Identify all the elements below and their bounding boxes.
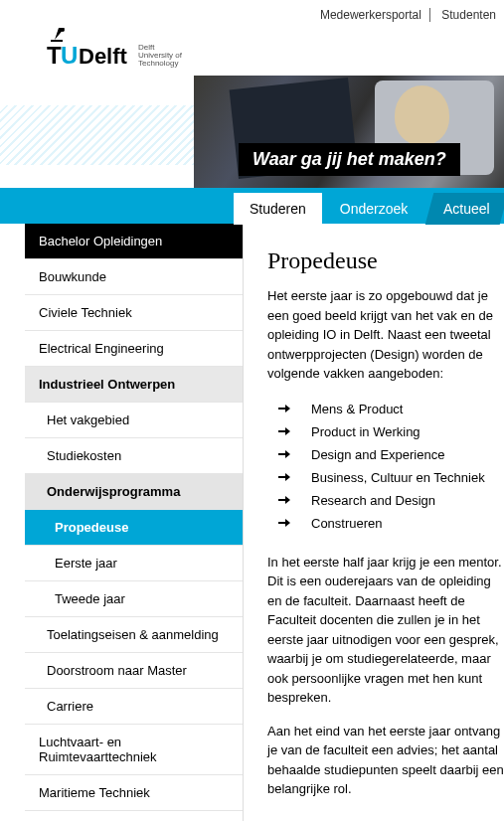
svg-text:T: T: [47, 42, 62, 68]
header: T U Delft Delft University of Technology: [0, 26, 504, 76]
course-label: Research and Design: [311, 493, 435, 508]
tab-onderzoek[interactable]: Onderzoek: [326, 193, 421, 225]
medewerkers-link[interactable]: Medewerkersportal: [312, 8, 430, 22]
arrow-right-icon: [275, 424, 293, 438]
arrow-right-icon: [275, 447, 293, 461]
sidebar-item-luchtvaart[interactable]: Luchtvaart- en Ruimtevaarttechniek: [25, 725, 243, 775]
sidebar-sub-onderwijs[interactable]: Onderwijsprogramma: [25, 474, 243, 510]
course-label: Design and Experience: [311, 447, 444, 462]
sidebar-sub-propedeuse[interactable]: Propedeuse: [25, 510, 243, 546]
hero-wrap: Waar ga jij het maken?: [0, 76, 504, 188]
course-label: Mens & Product: [311, 402, 404, 416]
course-item[interactable]: Business, Cultuur en Techniek: [267, 466, 504, 489]
paragraph-2: In het eerste half jaar krijg je een men…: [267, 553, 504, 708]
course-label: Construeren: [311, 516, 383, 531]
course-item[interactable]: Construeren: [267, 512, 504, 535]
course-item[interactable]: Design and Experience: [267, 443, 504, 466]
tab-actueel[interactable]: Actueel: [425, 193, 504, 225]
course-label: Product in Werking: [311, 424, 420, 439]
svg-text:Delft: Delft: [79, 44, 128, 68]
arrow-right-icon: [275, 402, 293, 415]
content-area: Bachelor Opleidingen Bouwkunde Civiele T…: [0, 224, 504, 821]
sidebar-header[interactable]: Bachelor Opleidingen: [25, 224, 243, 259]
sidebar-item-electrical[interactable]: Electrical Engineering: [25, 331, 243, 367]
sidebar-item-maritieme[interactable]: Maritieme Techniek: [25, 775, 243, 811]
sidebar-item-molecular[interactable]: Molecular Science & Technology: [25, 811, 243, 821]
sidebar-sub-eerste[interactable]: Eerste jaar: [25, 546, 243, 581]
top-links-bar: Medewerkersportal Studenten: [0, 0, 504, 26]
sidebar-sub-studiekosten[interactable]: Studiekosten: [25, 438, 243, 474]
course-item[interactable]: Mens & Product: [267, 398, 504, 420]
sidebar-sub-doorstroom[interactable]: Doorstroom naar Master: [25, 653, 243, 689]
hero-caption: Waar ga jij het maken?: [239, 143, 460, 176]
tab-studeren[interactable]: Studeren: [234, 193, 322, 225]
main-nav: Studeren Onderzoek Actueel: [0, 188, 504, 224]
course-list: Mens & ProductProduct in WerkingDesign a…: [267, 398, 504, 535]
hero-banner: Waar ga jij het maken?: [194, 76, 504, 188]
course-item[interactable]: Product in Werking: [267, 420, 504, 443]
sidebar-sub-carriere[interactable]: Carriere: [25, 689, 243, 725]
diagonal-stripes: [0, 105, 194, 165]
sidebar-item-bouwkunde[interactable]: Bouwkunde: [25, 259, 243, 295]
arrow-right-icon: [275, 516, 293, 530]
sidebar-nav: Bachelor Opleidingen Bouwkunde Civiele T…: [25, 224, 244, 821]
svg-text:Technology: Technology: [138, 59, 178, 68]
svg-text:U: U: [61, 42, 78, 68]
sidebar-item-industrieel[interactable]: Industrieel Ontwerpen: [25, 367, 243, 403]
course-label: Business, Cultuur en Techniek: [311, 470, 485, 485]
sidebar-item-civiele[interactable]: Civiele Techniek: [25, 295, 243, 331]
main-content: Propedeuse Het eerste jaar is zo opgebou…: [244, 224, 504, 821]
arrow-right-icon: [275, 470, 293, 484]
studenten-link[interactable]: Studenten: [433, 8, 504, 22]
sidebar-sub-vakgebied[interactable]: Het vakgebied: [25, 403, 243, 438]
arrow-right-icon: [275, 493, 293, 507]
page-title: Propedeuse: [267, 247, 504, 274]
svg-point-0: [61, 28, 65, 32]
course-item[interactable]: Research and Design: [267, 489, 504, 512]
intro-paragraph: Het eerste jaar is zo opgebouwd dat je e…: [267, 286, 504, 384]
paragraph-3: Aan het eind van het eerste jaar ontvang…: [267, 722, 504, 799]
sidebar-sub-tweede[interactable]: Tweede jaar: [25, 581, 243, 617]
sidebar-sub-toelatings[interactable]: Toelatingseisen & aanmelding: [25, 617, 243, 653]
tudelft-logo[interactable]: T U Delft Delft University of Technology: [25, 26, 184, 68]
